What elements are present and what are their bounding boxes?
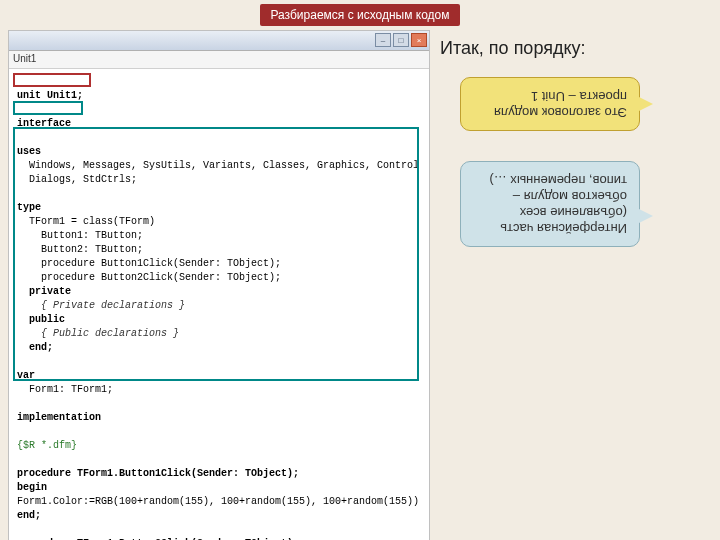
callout-tail-icon xyxy=(637,208,653,224)
window-buttons: – □ × xyxy=(375,33,427,47)
highlight-interface-keyword xyxy=(13,101,83,115)
slide-title: Разбираемся с исходным кодом xyxy=(260,4,460,26)
code-line: Dialogs, StdCtrls; xyxy=(17,174,137,185)
code-line: procedure Button1Click(Sender: TObject); xyxy=(17,258,281,269)
code-window: – □ × Unit1 unit Unit1; interface uses W… xyxy=(8,30,430,540)
code-line: procedure Button2Click(Sender: TObject); xyxy=(17,272,281,283)
callout-text: Интерфейсная часть (объявление всех объе… xyxy=(489,173,627,236)
code-line: type xyxy=(17,202,41,213)
close-button[interactable]: × xyxy=(411,33,427,47)
code-line: TForm1 = class(TForm) xyxy=(17,216,155,227)
code-line: Button2: TButton; xyxy=(17,244,143,255)
code-line: begin xyxy=(17,482,47,493)
window-titlebar: – □ × xyxy=(9,31,429,51)
code-line: private xyxy=(17,286,71,297)
callout-tail-icon xyxy=(637,96,653,112)
code-line: unit Unit1; xyxy=(17,90,83,101)
code-line: end; xyxy=(17,510,41,521)
callout-unit-header: Это заголовок модуля проекта – Unit 1 xyxy=(460,77,640,131)
code-line: {$R *.dfm} xyxy=(17,440,77,451)
code-line: public xyxy=(17,314,65,325)
side-heading: Итак, по порядку: xyxy=(440,38,710,59)
code-line: procedure TForm1.Button1Click(Sender: TO… xyxy=(17,468,299,479)
callout-interface-section: Интерфейсная часть (объявление всех объе… xyxy=(460,161,640,247)
callout-text: Это заголовок модуля проекта – Unit 1 xyxy=(494,89,627,120)
code-line: Windows, Messages, SysUtils, Variants, C… xyxy=(17,160,419,171)
code-line: interface xyxy=(17,118,71,129)
code-line: implementation xyxy=(17,412,101,423)
code-area: unit Unit1; interface uses Windows, Mess… xyxy=(9,69,429,540)
code-line: Form1.Color:=RGB(100+random(155), 100+ra… xyxy=(17,496,419,507)
code-line: Form1: TForm1; xyxy=(17,384,113,395)
minimize-button[interactable]: – xyxy=(375,33,391,47)
code-line: end; xyxy=(17,342,53,353)
side-panel: Итак, по порядку: Это заголовок модуля п… xyxy=(440,38,710,247)
highlight-unit-header xyxy=(13,73,91,87)
code-line: { Private declarations } xyxy=(17,300,185,311)
code-line: var xyxy=(17,370,35,381)
maximize-button[interactable]: □ xyxy=(393,33,409,47)
code-line: { Public declarations } xyxy=(17,328,179,339)
editor-tab[interactable]: Unit1 xyxy=(9,51,429,69)
code-line: uses xyxy=(17,146,41,157)
code-line: Button1: TButton; xyxy=(17,230,143,241)
